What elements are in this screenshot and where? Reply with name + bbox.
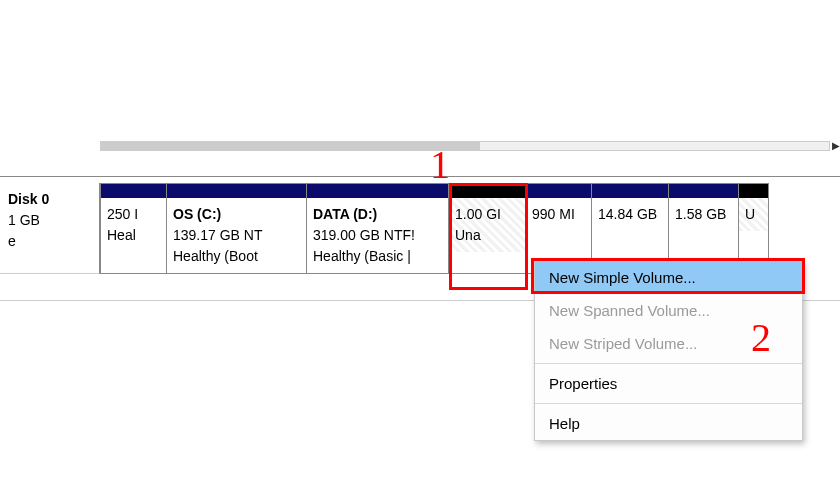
- partition-body: 990 MI: [526, 198, 591, 231]
- partition-3[interactable]: 1.00 GIUna: [449, 183, 526, 274]
- menu-separator: [535, 403, 802, 404]
- disk-status: e: [8, 231, 91, 252]
- partition-1[interactable]: OS (C:)139.17 GB NTHealthy (Boot: [167, 183, 307, 274]
- partition-header-bar: [307, 184, 448, 198]
- disk-size: 1 GB: [8, 210, 91, 231]
- partition-body: 1.58 GB: [669, 198, 738, 231]
- partition-size: 250 I: [107, 204, 160, 225]
- partition-status: Heal: [107, 225, 160, 246]
- partition-header-bar: [592, 184, 668, 198]
- partition-volume-label: DATA (D:): [313, 204, 442, 225]
- partition-size: 14.84 GB: [598, 204, 662, 225]
- partition-size: 1.58 GB: [675, 204, 732, 225]
- partition-body: 1.00 GIUna: [449, 198, 525, 252]
- context-menu-item-1: New Spanned Volume...: [535, 294, 802, 327]
- partition-size: 319.00 GB NTF!: [313, 225, 442, 246]
- context-menu-item-2: New Striped Volume...: [535, 327, 802, 360]
- partition-header-bar: [669, 184, 738, 198]
- partition-header-bar: [449, 184, 525, 198]
- partition-status: Una: [455, 225, 519, 246]
- partition-body: DATA (D:)319.00 GB NTF!Healthy (Basic |: [307, 198, 448, 273]
- partition-volume-label: OS (C:): [173, 204, 300, 225]
- partition-header-bar: [167, 184, 306, 198]
- partition-status: Healthy (Basic |: [313, 246, 442, 267]
- scroll-right-icon[interactable]: ▶: [832, 140, 840, 151]
- partition-status: Healthy (Boot: [173, 246, 300, 267]
- partition-2[interactable]: DATA (D:)319.00 GB NTF!Healthy (Basic |: [307, 183, 449, 274]
- scrollbar-thumb[interactable]: [100, 141, 480, 151]
- partition-header-bar: [101, 184, 166, 198]
- partition-size: 1.00 GI: [455, 204, 519, 225]
- partition-header-bar: [526, 184, 591, 198]
- partition-0[interactable]: 250 IHeal: [100, 183, 167, 274]
- context-menu: New Simple Volume...New Spanned Volume..…: [534, 260, 803, 441]
- partition-header-bar: [739, 184, 768, 198]
- partition-size: 990 MI: [532, 204, 585, 225]
- context-menu-item-0[interactable]: New Simple Volume...: [535, 261, 802, 294]
- partition-body: 14.84 GB: [592, 198, 668, 231]
- section-divider: [0, 176, 840, 177]
- menu-separator: [535, 363, 802, 364]
- disk-header[interactable]: Disk 0 1 GB e: [0, 183, 100, 274]
- partition-body: OS (C:)139.17 GB NTHealthy (Boot: [167, 198, 306, 273]
- disk-label: Disk 0: [8, 189, 91, 210]
- context-menu-help[interactable]: Help: [535, 407, 802, 440]
- partition-size: U: [745, 204, 762, 225]
- partition-body: U: [739, 198, 768, 231]
- partition-body: 250 IHeal: [101, 198, 166, 252]
- context-menu-properties[interactable]: Properties: [535, 367, 802, 400]
- partition-size: 139.17 GB NT: [173, 225, 300, 246]
